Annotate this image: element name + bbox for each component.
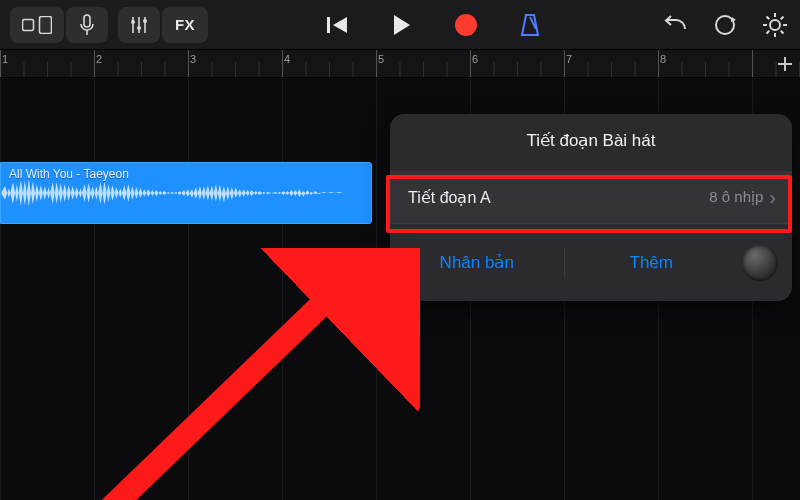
skip-back-icon	[327, 15, 349, 35]
svg-point-12	[716, 16, 734, 34]
track-area[interactable]: All With You - Taeyeon Tiết đoạn Bài hát…	[0, 78, 800, 500]
ruler-bar: 7	[566, 53, 572, 65]
section-row-label: Tiết đoạn A	[408, 188, 491, 207]
rewind-button[interactable]	[320, 7, 356, 43]
record-button[interactable]	[448, 7, 484, 43]
add-section-button[interactable]	[774, 53, 796, 75]
popover-actions: Nhân bản Thêm	[390, 223, 792, 301]
svg-rect-2	[84, 15, 90, 27]
section-row-value: 8 ô nhịp	[709, 188, 763, 206]
ruler-ticks	[0, 50, 800, 77]
play-button[interactable]	[384, 7, 420, 43]
top-toolbar: FX	[0, 0, 800, 50]
view-split-icon	[22, 16, 52, 34]
waveform-icon	[1, 163, 371, 223]
microphone-icon	[79, 14, 95, 36]
svg-point-7	[131, 20, 135, 24]
loop-icon	[712, 13, 738, 37]
loop-button[interactable]	[710, 10, 740, 40]
undo-button[interactable]	[660, 10, 690, 40]
view-switch-button[interactable]	[10, 7, 64, 43]
ruler-bar: 4	[284, 53, 290, 65]
section-a-row[interactable]: Tiết đoạn A 8 ô nhịp ›	[390, 171, 792, 223]
play-icon	[392, 14, 412, 36]
ruler-bar: 5	[378, 53, 384, 65]
metronome-icon	[519, 13, 541, 37]
timeline-ruler[interactable]: 1 2 3 4 5 6 7 8	[0, 50, 800, 78]
ruler-bar: 6	[472, 53, 478, 65]
svg-line-19	[781, 30, 784, 33]
settings-button[interactable]	[760, 10, 790, 40]
metronome-button[interactable]	[512, 7, 548, 43]
svg-rect-0	[23, 19, 34, 30]
svg-point-9	[143, 19, 147, 23]
svg-rect-1	[40, 16, 52, 33]
ruler-bar: 1	[2, 53, 8, 65]
section-knob[interactable]	[742, 245, 778, 281]
svg-line-18	[767, 16, 770, 19]
plus-icon	[777, 56, 793, 72]
mic-button[interactable]	[66, 7, 108, 43]
song-section-popover: Tiết đoạn Bài hát Tiết đoạn A 8 ô nhịp ›…	[390, 114, 792, 301]
popover-caret	[756, 114, 774, 115]
svg-rect-10	[327, 17, 330, 33]
sliders-icon	[129, 15, 149, 35]
audio-clip[interactable]: All With You - Taeyeon	[0, 162, 372, 224]
svg-line-21	[767, 30, 770, 33]
ruler-bar: 3	[190, 53, 196, 65]
svg-point-13	[770, 20, 780, 30]
add-button[interactable]: Thêm	[565, 253, 739, 273]
ruler-bar: 8	[660, 53, 666, 65]
svg-line-20	[781, 16, 784, 19]
svg-point-8	[137, 26, 141, 30]
popover-title: Tiết đoạn Bài hát	[390, 114, 792, 171]
duplicate-button[interactable]: Nhân bản	[390, 252, 564, 273]
chevron-right-icon: ›	[769, 186, 776, 209]
record-icon	[455, 14, 477, 36]
gear-icon	[762, 12, 788, 38]
mixer-button[interactable]	[118, 7, 160, 43]
undo-icon	[663, 15, 687, 35]
ruler-bar: 2	[96, 53, 102, 65]
fx-button[interactable]: FX	[162, 7, 208, 43]
transport-controls	[320, 7, 548, 43]
fx-label: FX	[175, 16, 195, 33]
